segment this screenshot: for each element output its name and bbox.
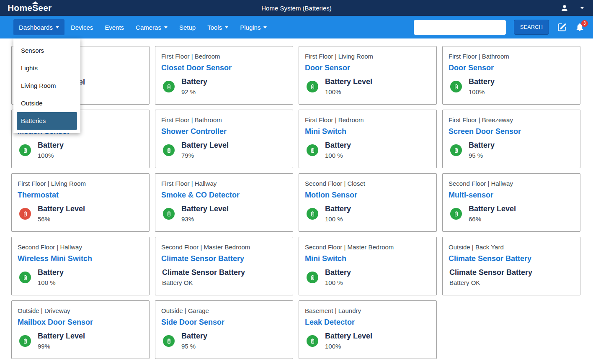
device-name: Climate Sensor Battery (161, 254, 287, 264)
nav-item-events[interactable]: Events (99, 19, 129, 35)
device-card[interactable]: Outside | Driveway Mailbox Door Sensor B… (11, 300, 150, 359)
battery-icon (450, 208, 462, 220)
battery-icon (307, 81, 318, 92)
device-card[interactable]: First Floor | Bedroom Mini Switch Batter… (299, 110, 437, 168)
battery-value: 100% (38, 151, 64, 160)
device-location: First Floor | Living Room (18, 179, 143, 188)
battery-stat-text: Battery Level 93% (181, 204, 229, 223)
device-card[interactable]: Basement | Laundry Leak Detector Battery… (299, 300, 437, 359)
battery-value: 95 % (181, 342, 207, 351)
nav-item-setup[interactable]: Setup (174, 19, 201, 35)
navbar: DashboardsDevicesEventsCamerasSetupTools… (0, 16, 593, 38)
device-card[interactable]: Second Floor | Master Bedroom Climate Se… (155, 237, 293, 295)
battery-stat: Battery Level 100% (305, 77, 431, 96)
device-card[interactable]: Second Floor | Hallway Wireless Mini Swi… (11, 237, 150, 295)
device-card[interactable]: Second Floor | Closet Motion Sensor Batt… (299, 173, 437, 232)
page-title: Home System (Batteries) (261, 5, 332, 12)
device-card[interactable]: First Floor | Hallway Smoke & CO Detecto… (155, 173, 293, 232)
device-location: First Floor | Bedroom (161, 52, 287, 61)
battery-icon (19, 272, 31, 283)
device-location: First Floor | Bedroom (305, 115, 431, 124)
device-card[interactable]: Outside | Garage Side Door Sensor Batter… (155, 300, 293, 359)
battery-icon (307, 144, 318, 156)
chevron-down-icon (263, 26, 267, 28)
battery-icon (163, 144, 175, 156)
battery-value: 93% (181, 215, 229, 223)
nav-item-devices[interactable]: Devices (65, 19, 98, 35)
device-card[interactable]: First Floor | Living Room Door Sensor Ba… (299, 46, 437, 105)
menu-item-batteries[interactable]: Batteries (17, 112, 77, 130)
battery-stat-label: Battery (325, 268, 351, 277)
nav-item-label: Events (105, 24, 124, 31)
nav-menu: DashboardsDevicesEventsCamerasSetupTools… (13, 19, 272, 35)
device-location: Second Floor | Master Bedroom (161, 243, 287, 251)
battery-stat-text: Climate Sensor Battery Battery OK (449, 268, 532, 287)
battery-value: 100 % (325, 279, 351, 287)
device-name: Mini Switch (305, 127, 431, 136)
menu-item-lights[interactable]: Lights (13, 59, 80, 77)
notification-badge: 3 (581, 20, 588, 27)
homeseer-logo[interactable]: HomeSeer (8, 3, 52, 13)
user-icon[interactable] (560, 4, 569, 12)
battery-value: 100% (325, 88, 372, 96)
logo-text: HomeSeer (8, 3, 52, 13)
nav-item-tools[interactable]: Tools (202, 19, 234, 35)
device-card[interactable]: First Floor | Bathroom Door Sensor Batte… (442, 46, 580, 105)
battery-stat: Battery Level 93% (161, 204, 287, 223)
battery-stat-label: Battery Level (325, 331, 372, 341)
device-name: Thermostat (18, 190, 143, 200)
device-card[interactable]: Second Floor | Hallway Multi-sensor Batt… (442, 173, 580, 232)
search-input[interactable] (414, 20, 506, 35)
device-card[interactable]: First Floor | Bathroom Shower Controller… (155, 110, 293, 168)
battery-stat: Battery 100% (18, 141, 143, 160)
battery-icon (163, 81, 175, 92)
device-name: Motion Sensor (305, 190, 431, 200)
battery-stat: Battery 100 % (18, 268, 143, 287)
device-location: First Floor | Bathroom (161, 115, 287, 124)
battery-value: 100% (469, 88, 495, 96)
device-name: Door Sensor (305, 63, 431, 73)
nav-item-label: Setup (179, 24, 196, 31)
device-card[interactable]: Second Floor | Master Bedroom Mini Switc… (299, 237, 437, 295)
menu-item-sensors[interactable]: Sensors (13, 42, 80, 59)
device-location: First Floor | Hallway (161, 179, 287, 188)
edit-icon[interactable] (557, 22, 567, 32)
battery-stat-text: Battery 100 % (325, 141, 351, 160)
battery-stat-text: Battery 100% (469, 77, 495, 96)
battery-stat-label: Battery Level (469, 204, 516, 213)
battery-stat-label: Battery (325, 204, 351, 213)
nav-item-plugins[interactable]: Plugins (235, 19, 272, 35)
device-location: Second Floor | Hallway (449, 179, 574, 188)
battery-icon (163, 335, 175, 347)
battery-stat-text: Battery 95 % (469, 141, 495, 160)
nav-item-label: Dashboards (19, 24, 53, 31)
cards-grid: Battery Level First Floor | Bedroom Clos… (11, 46, 593, 359)
device-card[interactable]: First Floor | Living Room Thermostat Bat… (11, 173, 150, 232)
device-location: Outside | Driveway (18, 306, 143, 315)
battery-icon (163, 208, 175, 220)
battery-stat: Climate Sensor Battery Battery OK (449, 268, 574, 287)
menu-item-outside[interactable]: Outside (13, 95, 80, 112)
device-name: Side Door Sensor (161, 318, 287, 327)
main-content: Battery Level First Floor | Bedroom Clos… (0, 38, 593, 359)
logo-roof-icon (32, 1, 38, 4)
nav-item-cameras[interactable]: Cameras (130, 19, 173, 35)
device-location: First Floor | Breezeway (449, 115, 574, 124)
device-card[interactable]: First Floor | Breezeway Screen Door Sens… (442, 110, 580, 168)
battery-icon (450, 144, 462, 156)
menu-item-living-room[interactable]: Living Room (13, 77, 80, 95)
battery-stat-label: Battery (38, 268, 64, 277)
notifications-bell[interactable]: 3 (575, 23, 585, 32)
battery-stat-text: Battery 92 % (181, 77, 207, 96)
battery-stat-label: Battery Level (38, 204, 85, 213)
device-location: Second Floor | Master Bedroom (305, 243, 431, 251)
battery-stat-label: Climate Sensor Battery (449, 268, 532, 277)
battery-stat-label: Battery (469, 77, 495, 86)
battery-stat-label: Battery (38, 141, 64, 150)
nav-item-dashboards[interactable]: Dashboards (13, 19, 64, 35)
device-card[interactable]: First Floor | Bedroom Closet Door Sensor… (155, 46, 293, 105)
user-menu-caret-icon[interactable] (580, 7, 584, 9)
battery-icon (307, 272, 318, 283)
device-card[interactable]: Outside | Back Yard Climate Sensor Batte… (442, 237, 580, 295)
search-button[interactable]: SEARCH (514, 20, 549, 35)
